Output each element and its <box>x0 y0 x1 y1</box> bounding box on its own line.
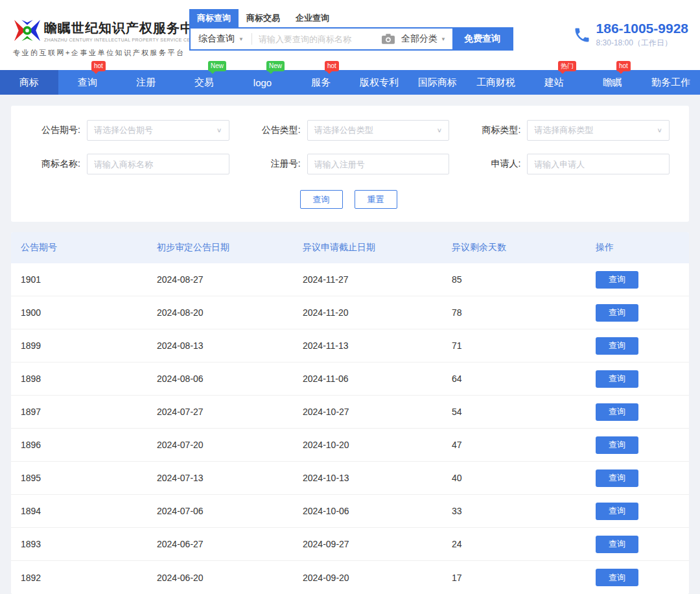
filter-field: 注册号: <box>248 154 450 174</box>
nav-badge: New <box>208 61 226 71</box>
nav-item-label: 服务 <box>311 77 331 89</box>
search-tab-商标交易[interactable]: 商标交易 <box>239 9 288 27</box>
registration-number-input[interactable] <box>314 160 443 169</box>
filter-field: 公告期号:请选择公告期号∨ <box>27 120 229 141</box>
chevron-down-icon: ▼ <box>441 36 446 42</box>
nav-item-国际商标[interactable]: 国际商标 <box>408 70 467 95</box>
nav-item-label: 工商财税 <box>476 77 515 89</box>
nav-item-服务[interactable]: 服务hot <box>292 70 350 95</box>
trademark-type-select[interactable]: 请选择商标类型∨ <box>527 120 670 141</box>
filter-field-label: 注册号: <box>248 158 301 170</box>
cell-action: 查询 <box>596 503 689 520</box>
filter-field-label: 公告类型: <box>248 125 301 136</box>
table-header-row: 公告期号初步审定公告日期异议申请截止日期异议剩余天数操作 <box>11 232 689 263</box>
cell-publish-date: 2024-07-13 <box>157 473 303 483</box>
table-row: 18972024-07-272024-10-2754查询 <box>11 396 689 429</box>
input-wrap <box>307 154 450 174</box>
nav-item-查询[interactable]: 查询hot <box>58 70 117 95</box>
table-body: 19012024-08-272024-11-2785查询19002024-08-… <box>11 263 689 594</box>
row-search-button[interactable]: 查询 <box>596 271 638 289</box>
nav-item-建站[interactable]: 建站热门 <box>525 70 583 95</box>
row-search-button[interactable]: 查询 <box>596 503 638 520</box>
column-header: 公告期号 <box>21 242 157 254</box>
row-search-button[interactable]: 查询 <box>596 569 638 586</box>
applicant-input[interactable] <box>534 160 662 169</box>
cell-action: 查询 <box>596 403 689 421</box>
row-search-button[interactable]: 查询 <box>596 370 638 388</box>
cell-deadline: 2024-11-20 <box>303 307 452 318</box>
nav-item-label: 瞻瞩 <box>603 77 622 89</box>
filter-reset-button[interactable]: 重置 <box>355 190 397 209</box>
row-search-button[interactable]: 查询 <box>596 403 638 421</box>
search-class-dropdown[interactable]: 全部分类 ▼ <box>401 33 452 45</box>
table-row: 18982024-08-062024-11-0664查询 <box>11 362 689 396</box>
header-search: 商标查询商标交易企业查询 综合查询 ▼ 全部分类 ▼ 免费查询 <box>189 9 513 51</box>
cell-action: 查询 <box>596 469 689 487</box>
cell-deadline: 2024-09-27 <box>303 539 452 549</box>
trademark-name-input[interactable] <box>94 160 222 169</box>
row-search-button[interactable]: 查询 <box>596 304 638 322</box>
nav-item-label: 查询 <box>78 77 97 89</box>
cell-publish-date: 2024-08-27 <box>157 274 303 285</box>
cell-days-left: 54 <box>452 407 596 417</box>
cell-publish-date: 2024-06-20 <box>157 573 303 583</box>
nav-item-label: logo <box>253 77 272 88</box>
filter-search-button[interactable]: 查询 <box>300 190 343 209</box>
nav-item-label: 勤务工作 <box>651 77 690 89</box>
cell-days-left: 33 <box>452 506 596 516</box>
search-category-dropdown[interactable]: 综合查询 ▼ <box>191 33 251 45</box>
cell-days-left: 71 <box>452 340 596 351</box>
table-row: 18952024-07-132024-10-1340查询 <box>11 462 689 495</box>
phone-hours: 8:30-18:00（工作日） <box>596 38 688 49</box>
nav-item-勤务工作[interactable]: 勤务工作 <box>642 70 700 95</box>
table-row: 18942024-07-062024-10-0633查询 <box>11 495 689 528</box>
logo: 瞻瞩世纪知识产权服务中心 ZHANZHU CENTURY INTELLECTUA… <box>13 18 183 58</box>
cell-issue: 1898 <box>21 374 157 384</box>
site-title: 瞻瞩世纪知识产权服务中心 <box>44 19 207 37</box>
site-slogan: 专业的互联网+企事业单位知识产权服务平台 <box>13 48 183 58</box>
cell-publish-date: 2024-08-13 <box>157 340 303 351</box>
filter-field: 公告类型:请选择公告类型∨ <box>248 120 450 141</box>
nav-item-瞻瞩[interactable]: 瞻瞩hot <box>583 70 642 95</box>
cell-issue: 1893 <box>21 539 157 549</box>
cell-issue: 1895 <box>21 473 157 483</box>
cell-action: 查询 <box>596 271 689 289</box>
search-class-value: 全部分类 <box>401 33 438 45</box>
filter-field-label: 商标名称: <box>27 158 80 170</box>
cell-days-left: 85 <box>452 274 596 285</box>
nav-item-商标[interactable]: 商标 <box>0 70 58 95</box>
search-tab-企业查询[interactable]: 企业查询 <box>288 9 337 27</box>
phone-number[interactable]: 186-1005-9928 <box>596 21 688 36</box>
select-placeholder: 请选择公告类型 <box>314 125 373 136</box>
table-row: 19012024-08-272024-11-2785查询 <box>11 263 689 296</box>
search-tab-商标查询[interactable]: 商标查询 <box>189 9 239 27</box>
nav-item-logo[interactable]: logoNew <box>233 70 292 95</box>
nav-item-注册[interactable]: 注册 <box>117 70 175 95</box>
nav-item-label: 建站 <box>544 77 564 89</box>
chevron-down-icon: ∨ <box>437 126 443 134</box>
nav-item-label: 商标 <box>19 77 39 89</box>
site-subtitle: ZHANZHU CENTURY INTELLECTUAL PROPERTY SE… <box>44 38 207 42</box>
cell-deadline: 2024-09-20 <box>303 573 452 583</box>
camera-icon[interactable] <box>382 34 395 44</box>
nav-item-工商财税[interactable]: 工商财税 <box>467 70 525 95</box>
logo-icon <box>13 18 41 43</box>
nav-item-版权专利[interactable]: 版权专利 <box>350 70 408 95</box>
cell-publish-date: 2024-06-27 <box>157 539 303 549</box>
filter-field-label: 申请人: <box>467 158 520 170</box>
cell-days-left: 64 <box>452 374 596 384</box>
cell-days-left: 24 <box>452 539 596 549</box>
row-search-button[interactable]: 查询 <box>596 436 638 454</box>
row-search-button[interactable]: 查询 <box>596 536 638 553</box>
row-search-button[interactable]: 查询 <box>596 469 638 487</box>
announcement-type-select[interactable]: 请选择公告类型∨ <box>307 120 450 141</box>
nav-item-label: 国际商标 <box>418 77 457 89</box>
free-search-button[interactable]: 免费查询 <box>452 29 512 49</box>
cell-action: 查询 <box>596 337 689 355</box>
announcement-issue-select[interactable]: 请选择公告期号∨ <box>87 120 229 141</box>
nav-item-交易[interactable]: 交易New <box>175 70 233 95</box>
row-search-button[interactable]: 查询 <box>596 337 638 355</box>
search-input[interactable] <box>252 34 382 44</box>
cell-deadline: 2024-11-06 <box>303 374 452 384</box>
filter-field-label: 公告期号: <box>27 125 80 136</box>
